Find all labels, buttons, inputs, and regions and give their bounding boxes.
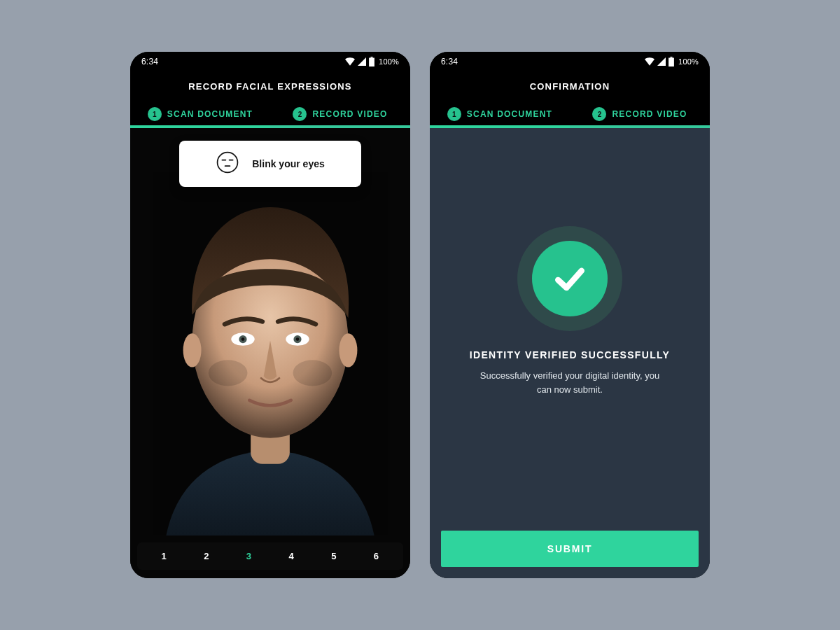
- counter-step[interactable]: 1: [143, 551, 186, 561]
- svg-rect-0: [371, 57, 373, 58]
- page-title: RECORD FACIAL EXPRESSIONS: [130, 71, 410, 102]
- step-label: RECORD VIDEO: [312, 109, 387, 119]
- svg-rect-19: [671, 57, 673, 58]
- step-label: SCAN DOCUMENT: [167, 109, 253, 119]
- confirmation-body: IDENTITY VERIFIED SUCCESSFULLY Successfu…: [430, 128, 710, 578]
- progress-steps: 1 SCAN DOCUMENT 2 RECORD VIDEO: [130, 102, 410, 128]
- battery-icon: [369, 57, 374, 66]
- progress-steps: 1 SCAN DOCUMENT 2 RECORD VIDEO: [430, 102, 710, 128]
- submit-button[interactable]: SUBMIT: [441, 531, 699, 567]
- svg-point-12: [339, 333, 357, 367]
- success-title: IDENTITY VERIFIED SUCCESSFULLY: [470, 349, 670, 360]
- status-icons: 100%: [345, 57, 399, 66]
- instruction-card: Blink your eyes: [179, 141, 361, 187]
- battery-percent: 100%: [379, 57, 399, 66]
- svg-rect-20: [668, 58, 674, 66]
- svg-point-14: [293, 360, 332, 386]
- step-number-badge: 1: [148, 107, 162, 121]
- counter-step[interactable]: 5: [313, 551, 356, 561]
- instruction-text: Blink your eyes: [252, 158, 325, 169]
- battery-icon: [668, 57, 674, 66]
- status-bar: 6:34 100%: [430, 52, 710, 71]
- page-title: CONFIRMATION: [430, 71, 710, 102]
- svg-point-13: [209, 360, 248, 386]
- face-photo: [130, 128, 410, 578]
- checkmark-icon: [532, 241, 608, 316]
- step-number-badge: 2: [592, 107, 606, 121]
- signal-icon: [657, 57, 666, 66]
- counter-step[interactable]: 4: [270, 551, 313, 561]
- phone-record-expressions: 6:34 100% RECORD FACIAL EXPRESSIONS 1 SC…: [130, 52, 410, 578]
- success-subtitle: Successfully verified your digital ident…: [479, 369, 661, 397]
- step-number-badge: 2: [293, 107, 307, 121]
- step-number-badge: 1: [447, 107, 461, 121]
- counter-step-active[interactable]: 3: [227, 551, 270, 561]
- phone-confirmation: 6:34 100% CONFIRMATION 1 SCAN DOCUMENT: [430, 52, 710, 578]
- svg-point-11: [183, 333, 202, 367]
- status-icons: 100%: [645, 57, 699, 66]
- step-scan-document: 1 SCAN DOCUMENT: [430, 102, 570, 128]
- svg-rect-1: [369, 58, 374, 66]
- status-bar: 6:34 100%: [130, 52, 410, 71]
- step-label: RECORD VIDEO: [612, 109, 687, 119]
- battery-percent: 100%: [678, 57, 699, 66]
- status-time: 6:34: [441, 57, 458, 66]
- step-scan-document: 1 SCAN DOCUMENT: [130, 102, 270, 128]
- counter-step[interactable]: 2: [186, 551, 228, 561]
- step-label: SCAN DOCUMENT: [467, 109, 552, 119]
- svg-point-10: [296, 337, 300, 341]
- blink-face-icon: [216, 150, 239, 177]
- svg-point-9: [241, 337, 245, 341]
- wifi-icon: [645, 57, 654, 66]
- status-time: 6:34: [141, 57, 158, 66]
- expression-step-counter: 1 2 3 4 5 6: [137, 542, 403, 570]
- counter-step[interactable]: 6: [355, 551, 398, 561]
- step-record-video: 2 RECORD VIDEO: [570, 102, 710, 128]
- success-badge: [517, 226, 622, 331]
- wifi-icon: [345, 57, 355, 66]
- svg-point-15: [218, 153, 238, 173]
- signal-icon: [358, 57, 366, 66]
- camera-preview: Blink your eyes 1 2 3 4 5 6: [130, 128, 410, 578]
- svg-rect-18: [225, 165, 231, 167]
- step-record-video: 2 RECORD VIDEO: [270, 102, 410, 128]
